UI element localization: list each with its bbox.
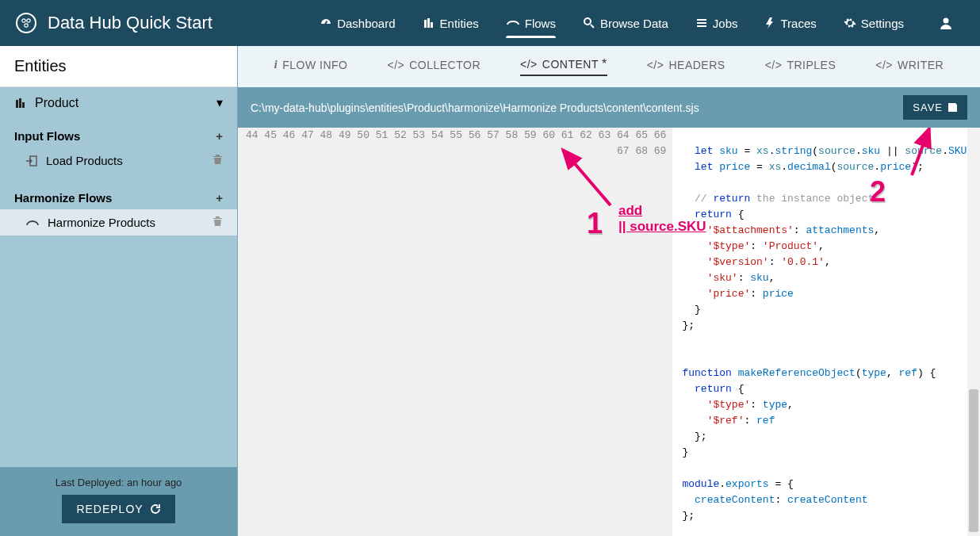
flow-icon: [25, 217, 40, 228]
svg-line-11: [563, 150, 611, 205]
content-tabs: i FLOW INFO </> COLLECTOR </> CONTENT * …: [238, 46, 980, 87]
top-nav: Data Hub Quick Start Dashboard Entities …: [0, 0, 980, 46]
main-area: Entities Product ▾ Input Flows + Load Pr…: [0, 46, 980, 536]
tab-label: HEADERS: [668, 59, 725, 71]
nav-label: Jobs: [713, 17, 738, 30]
code-icon: </>: [875, 59, 893, 71]
svg-point-0: [22, 19, 25, 22]
svg-point-9: [944, 18, 949, 24]
code-icon: </>: [387, 59, 404, 71]
import-icon: [25, 155, 38, 167]
filepath-text: C:\my-data-hub\plugins\entities\Product\…: [251, 101, 699, 114]
nav-label: Flows: [525, 17, 556, 30]
nav-browse[interactable]: Browse Data: [572, 0, 679, 46]
nav-user[interactable]: [928, 0, 964, 46]
search-icon: [583, 17, 595, 29]
tab-collector[interactable]: </> COLLECTOR: [387, 57, 480, 76]
gear-icon: [844, 17, 856, 29]
nav-dashboard[interactable]: Dashboard: [308, 0, 406, 46]
traces-icon: [765, 17, 776, 29]
delete-flow-button[interactable]: [212, 154, 223, 167]
refresh-icon: [150, 503, 161, 515]
entities-icon: [423, 17, 435, 29]
save-button[interactable]: SAVE: [903, 95, 967, 120]
scrollbar-thumb[interactable]: [969, 389, 978, 532]
tab-label: FLOW INFO: [282, 59, 347, 71]
brand: Data Hub Quick Start: [16, 13, 212, 33]
add-input-flow-button[interactable]: +: [216, 129, 223, 143]
svg-point-1: [27, 19, 30, 22]
tab-label: WRITER: [898, 59, 944, 71]
svg-point-2: [25, 24, 28, 27]
redeploy-button[interactable]: REDEPLOY: [62, 495, 174, 523]
code-icon: </>: [647, 59, 664, 71]
nav-traces[interactable]: Traces: [754, 0, 828, 46]
nav-items: Dashboard Entities Flows Browse Data Job…: [308, 0, 964, 46]
save-icon: [947, 102, 958, 113]
nav-label: Entities: [440, 17, 479, 30]
code-icon: </>: [765, 59, 783, 71]
svg-point-4: [584, 18, 591, 25]
nav-entities[interactable]: Entities: [412, 0, 490, 46]
tab-writer[interactable]: </> WRITER: [875, 57, 944, 76]
entity-header[interactable]: Product ▾: [0, 87, 237, 118]
chevron-down-icon: ▾: [216, 95, 223, 110]
harmonize-flows-section: Harmonize Flows + Harmonize Products: [0, 180, 237, 242]
sidebar: Entities Product ▾ Input Flows + Load Pr…: [0, 46, 238, 536]
user-icon: [939, 16, 953, 30]
brand-icon: [16, 13, 36, 33]
filepath-bar: C:\my-data-hub\plugins\entities\Product\…: [238, 87, 980, 128]
nav-label: Dashboard: [337, 17, 395, 30]
input-flows-section: Input Flows + Load Products: [0, 118, 237, 180]
nav-jobs[interactable]: Jobs: [684, 0, 749, 46]
vertical-scrollbar[interactable]: [967, 128, 980, 536]
jobs-icon: [695, 17, 708, 29]
harmonize-flows-title: Harmonize Flows +: [0, 186, 237, 209]
nav-label: Settings: [861, 17, 904, 30]
flows-icon: [506, 17, 520, 29]
flow-label: Harmonize Products: [48, 216, 155, 229]
nav-flows[interactable]: Flows: [495, 0, 567, 46]
delete-flow-button[interactable]: [212, 216, 223, 229]
code-icon: </>: [520, 58, 538, 71]
code-editor[interactable]: 44 45 46 47 48 49 50 51 52 53 54 55 56 5…: [238, 128, 980, 536]
tab-label: CONTENT: [542, 58, 599, 71]
dirty-indicator: *: [602, 57, 607, 71]
tab-content[interactable]: </> CONTENT *: [520, 57, 607, 76]
last-deployed-text: Last Deployed: an hour ago: [0, 477, 237, 488]
nav-label: Traces: [781, 17, 817, 30]
code-area[interactable]: let sku = xs.string(source.sku || source…: [672, 128, 980, 536]
tab-label: TRIPLES: [787, 59, 836, 71]
svg-line-5: [591, 25, 594, 28]
chart-icon: [14, 97, 27, 109]
input-flow-item[interactable]: Load Products: [0, 147, 237, 174]
brand-title: Data Hub Quick Start: [48, 13, 212, 33]
add-harmonize-flow-button[interactable]: +: [216, 191, 223, 205]
tab-label: COLLECTOR: [409, 59, 480, 71]
sidebar-footer: Last Deployed: an hour ago REDEPLOY: [0, 467, 237, 536]
tab-triples[interactable]: </> TRIPLES: [765, 57, 836, 76]
dashboard-icon: [320, 17, 332, 29]
nav-settings[interactable]: Settings: [833, 0, 915, 46]
sidebar-header: Entities: [0, 46, 237, 87]
input-flows-title: Input Flows +: [0, 124, 237, 147]
redeploy-label: REDEPLOY: [76, 503, 143, 515]
tab-flow-info[interactable]: i FLOW INFO: [274, 57, 348, 76]
svg-line-12: [912, 128, 929, 175]
section-label: Input Flows: [14, 129, 80, 143]
trash-icon: [212, 216, 223, 227]
harmonize-flow-item[interactable]: Harmonize Products: [0, 209, 237, 235]
info-icon: i: [274, 59, 278, 71]
annotation-2-arrow: [904, 128, 944, 179]
section-label: Harmonize Flows: [14, 191, 112, 205]
entity-name: Product: [35, 96, 78, 110]
trash-icon: [212, 154, 223, 165]
tab-headers[interactable]: </> HEADERS: [647, 57, 725, 76]
save-label: SAVE: [913, 101, 943, 113]
svg-rect-8: [697, 25, 706, 27]
nav-label: Browse Data: [600, 17, 668, 30]
annotation-1-arrow: [555, 142, 618, 213]
svg-rect-7: [697, 22, 706, 24]
svg-rect-6: [697, 19, 706, 21]
content-pane: i FLOW INFO </> COLLECTOR </> CONTENT * …: [238, 46, 980, 536]
